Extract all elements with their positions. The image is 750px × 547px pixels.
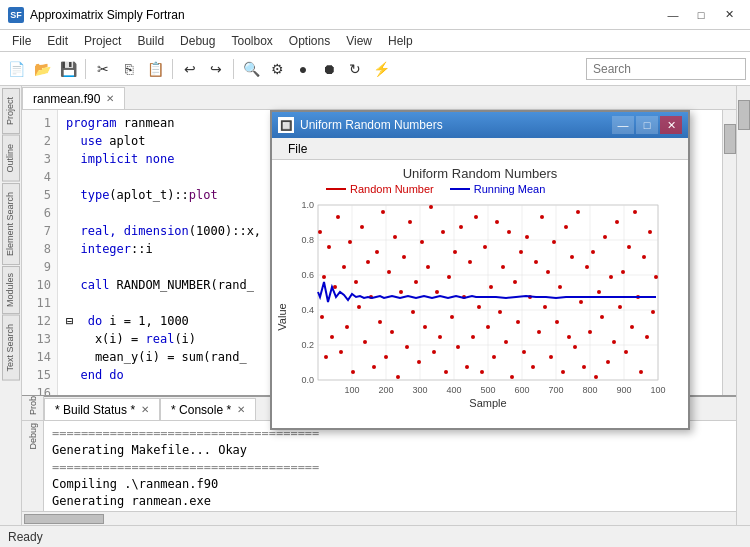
- left-sidebar: Project Outline Element Search Modules T…: [0, 86, 22, 525]
- menu-toolbox[interactable]: Toolbox: [223, 32, 280, 50]
- svg-text:0.0: 0.0: [301, 375, 314, 385]
- bottom-tab-build-status[interactable]: * Build Status * ✕: [44, 398, 160, 420]
- plot-menu-file[interactable]: File: [280, 140, 315, 158]
- close-console-tab-icon[interactable]: ✕: [237, 404, 245, 415]
- svg-text:400: 400: [446, 385, 461, 395]
- svg-point-111: [540, 215, 544, 219]
- legend-random-color: [326, 188, 346, 190]
- toolbar-run[interactable]: ⚡: [369, 57, 393, 81]
- sidebar-tab-problems[interactable]: Prob: [28, 396, 38, 415]
- svg-point-69: [414, 280, 418, 284]
- close-tab-icon[interactable]: ✕: [106, 93, 114, 104]
- svg-point-67: [408, 220, 412, 224]
- svg-point-87: [468, 260, 472, 264]
- toolbar-sep2: [172, 59, 173, 79]
- svg-point-83: [456, 345, 460, 349]
- svg-point-96: [495, 220, 499, 224]
- menu-view[interactable]: View: [338, 32, 380, 50]
- svg-point-101: [510, 375, 514, 379]
- editor-tab-ranmean[interactable]: ranmean.f90 ✕: [22, 87, 125, 109]
- svg-point-94: [489, 285, 493, 289]
- svg-point-52: [363, 340, 367, 344]
- svg-point-44: [339, 350, 343, 354]
- tab-bar: ranmean.f90 ✕: [22, 86, 736, 110]
- maximize-button[interactable]: □: [688, 5, 714, 25]
- menu-project[interactable]: Project: [76, 32, 129, 50]
- menu-options[interactable]: Options: [281, 32, 338, 50]
- svg-text:900: 900: [616, 385, 631, 395]
- menu-help[interactable]: Help: [380, 32, 421, 50]
- minimize-button[interactable]: —: [660, 5, 686, 25]
- svg-point-141: [630, 325, 634, 329]
- toolbar-settings[interactable]: ⚙: [265, 57, 289, 81]
- toolbar-sep1: [85, 59, 86, 79]
- bottom-tab-console[interactable]: * Console * ✕: [160, 398, 256, 420]
- sidebar-tab-outline[interactable]: Outline: [2, 135, 20, 182]
- svg-point-73: [426, 265, 430, 269]
- svg-point-95: [492, 355, 496, 359]
- tab-filename: ranmean.f90: [33, 92, 100, 106]
- toolbar-search[interactable]: 🔍: [239, 57, 263, 81]
- svg-point-108: [531, 365, 535, 369]
- menu-build[interactable]: Build: [129, 32, 172, 50]
- svg-point-77: [438, 335, 442, 339]
- title-bar: SF Approximatrix Simply Fortran — □ ✕: [0, 0, 750, 30]
- toolbar-new[interactable]: 📄: [4, 57, 28, 81]
- svg-text:0.4: 0.4: [301, 305, 314, 315]
- svg-point-134: [609, 275, 613, 279]
- status-text: Ready: [8, 530, 43, 544]
- toolbar-paste[interactable]: 📋: [143, 57, 167, 81]
- svg-point-110: [537, 330, 541, 334]
- plot-close-button[interactable]: ✕: [660, 116, 682, 134]
- close-button[interactable]: ✕: [716, 5, 742, 25]
- svg-point-148: [651, 310, 655, 314]
- toolbar-record[interactable]: ⏺: [317, 57, 341, 81]
- close-build-tab-icon[interactable]: ✕: [141, 404, 149, 415]
- sidebar-tab-project[interactable]: Project: [2, 88, 20, 134]
- svg-point-63: [396, 375, 400, 379]
- svg-point-99: [504, 340, 508, 344]
- svg-point-124: [579, 300, 583, 304]
- bottom-left-sidebar2: Debug: [22, 421, 44, 511]
- svg-point-139: [624, 350, 628, 354]
- svg-point-121: [570, 255, 574, 259]
- svg-point-104: [519, 250, 523, 254]
- svg-text:600: 600: [514, 385, 529, 395]
- sidebar-tab-element-search[interactable]: Element Search: [2, 183, 20, 265]
- menu-debug[interactable]: Debug: [172, 32, 223, 50]
- plot-minimize-button[interactable]: —: [612, 116, 634, 134]
- toolbar-refresh[interactable]: ↻: [343, 57, 367, 81]
- sidebar-tab-debug[interactable]: Debug: [28, 423, 38, 450]
- svg-text:100: 100: [344, 385, 359, 395]
- svg-point-112: [543, 305, 547, 309]
- legend-mean-color: [450, 188, 470, 190]
- toolbar-dot[interactable]: ●: [291, 57, 315, 81]
- svg-point-118: [561, 370, 565, 374]
- toolbar-save[interactable]: 💾: [56, 57, 80, 81]
- toolbar-cut[interactable]: ✂: [91, 57, 115, 81]
- toolbar-redo[interactable]: ↪: [204, 57, 228, 81]
- svg-point-43: [336, 215, 340, 219]
- bottom-left-sidebar: Prob: [22, 396, 44, 420]
- sidebar-tab-modules[interactable]: Modules: [2, 266, 20, 314]
- svg-point-126: [585, 265, 589, 269]
- editor-scrollbar-v[interactable]: [722, 110, 736, 395]
- plot-maximize-button[interactable]: □: [636, 116, 658, 134]
- svg-point-58: [381, 210, 385, 214]
- toolbar-copy[interactable]: ⎘: [117, 57, 141, 81]
- bottom-scrollbar-h[interactable]: [22, 511, 736, 525]
- svg-text:Sample: Sample: [469, 397, 506, 409]
- console-output[interactable]: ===================================== Ge…: [44, 421, 736, 511]
- svg-point-71: [420, 240, 424, 244]
- menu-edit[interactable]: Edit: [39, 32, 76, 50]
- svg-point-115: [552, 240, 556, 244]
- search-input[interactable]: [586, 58, 746, 80]
- svg-point-132: [603, 235, 607, 239]
- svg-point-48: [351, 370, 355, 374]
- toolbar-open[interactable]: 📂: [30, 57, 54, 81]
- sidebar-tab-text-search[interactable]: Text Search: [2, 315, 20, 381]
- toolbar-undo[interactable]: ↩: [178, 57, 202, 81]
- menu-file[interactable]: File: [4, 32, 39, 50]
- app-title: Approximatrix Simply Fortran: [30, 8, 185, 22]
- svg-point-119: [564, 225, 568, 229]
